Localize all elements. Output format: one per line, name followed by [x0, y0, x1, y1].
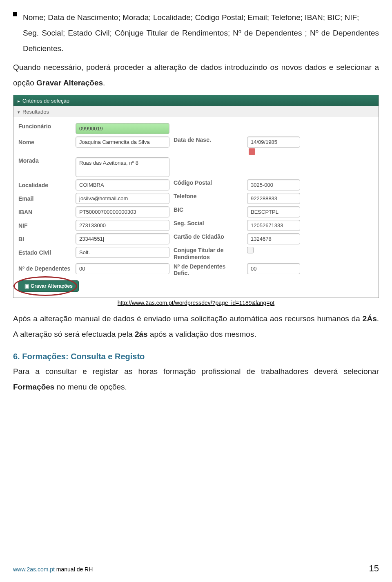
input-n-dep[interactable]: 00 — [76, 263, 169, 274]
input-email[interactable]: josilva@hotmail.com — [76, 193, 169, 204]
label-bi: BI — [18, 236, 76, 242]
chevron-right-icon: ▸ — [18, 98, 20, 103]
input-n-dep-def[interactable]: 00 — [247, 263, 300, 274]
input-nif[interactable]: 273133000 — [76, 220, 169, 231]
input-funcionario[interactable]: 09990019 — [76, 123, 169, 134]
label-cartao: Cartão de Cidadão — [174, 233, 239, 240]
label-email: Email — [18, 195, 76, 202]
input-morada[interactable]: Ruas das Azeitonas, nº 8 — [76, 157, 169, 177]
label-conjuge: Conjuge Titular de Rendimentos — [174, 247, 239, 261]
input-localidade[interactable]: COIMBRA — [76, 179, 169, 190]
label-seg-social: Seg. Social — [174, 220, 239, 226]
input-nome[interactable]: Joaquina Carmencita da Silva — [76, 137, 169, 148]
label-n-dep: Nº de Dependentes — [18, 265, 76, 272]
checkbox-conjuge[interactable] — [247, 247, 254, 253]
save-button[interactable]: ▣Gravar Alterações — [18, 280, 79, 292]
label-iban: IBAN — [18, 209, 76, 215]
calendar-icon[interactable] — [249, 148, 255, 155]
label-localidade: Localidade — [18, 182, 76, 188]
footer-left: www.2as.com.pt manual de RH — [13, 566, 93, 573]
paragraph-4: Para a consultar e registar as horas for… — [13, 364, 379, 395]
bullet-icon — [13, 12, 17, 16]
input-telefone[interactable]: 922288833 — [247, 193, 300, 204]
input-estado-civil[interactable]: Solt. — [76, 247, 169, 258]
footer-link[interactable]: www.2as.com.pt — [13, 566, 55, 573]
paragraph-2: Quando necessário, poderá proceder a alt… — [13, 60, 379, 91]
label-bic: BIC — [174, 206, 239, 213]
input-bi[interactable]: 23344551| — [76, 233, 169, 244]
disk-icon: ▣ — [24, 283, 29, 289]
input-cartao[interactable]: 1324678 — [247, 233, 300, 244]
input-bic[interactable]: BESCPTPL — [247, 206, 300, 217]
form-screenshot: ▸Critérios de seleção ▾Resultados Funcio… — [13, 95, 379, 298]
paragraph-3: Após a alteração manual de dados é envia… — [13, 311, 379, 342]
bullet-text-line1: Nome; Data de Nascimento; Morada; Locali… — [23, 10, 379, 25]
input-seg-social[interactable]: 12052671333 — [247, 220, 300, 231]
label-n-dep-def: Nº de Dependentes Defic. — [174, 263, 239, 276]
input-iban[interactable]: PT50000700000000303 — [76, 206, 169, 217]
page-number: 15 — [369, 563, 379, 574]
label-telefone: Telefone — [174, 193, 239, 199]
label-estado-civil: Estado Civil — [18, 249, 76, 256]
label-nif: NIF — [18, 222, 76, 229]
label-morada: Morada — [18, 157, 76, 164]
label-data-nasc: Data de Nasc. — [174, 137, 239, 143]
chevron-down-icon: ▾ — [18, 110, 20, 114]
label-cod-postal: Código Postal — [174, 179, 239, 186]
section-heading-6: 6. Formações: Consulta e Registo — [13, 352, 379, 361]
screenshot-caption: http://www.2as.com.pt/wordpressdev/?page… — [13, 300, 379, 306]
label-funcionario: Funcionário — [18, 123, 76, 130]
panel-header-criterios[interactable]: ▸Critérios de seleção — [13, 95, 379, 106]
panel-header-resultados[interactable]: ▾Resultados — [13, 106, 379, 117]
input-cod-postal[interactable]: 3025-000 — [247, 179, 300, 190]
input-data-nasc[interactable]: 14/09/1985 — [247, 137, 300, 148]
label-nome: Nome — [18, 139, 76, 146]
bullet-text-line2: Seg. Social; Estado Civil; Cônjuge Titul… — [23, 25, 379, 56]
